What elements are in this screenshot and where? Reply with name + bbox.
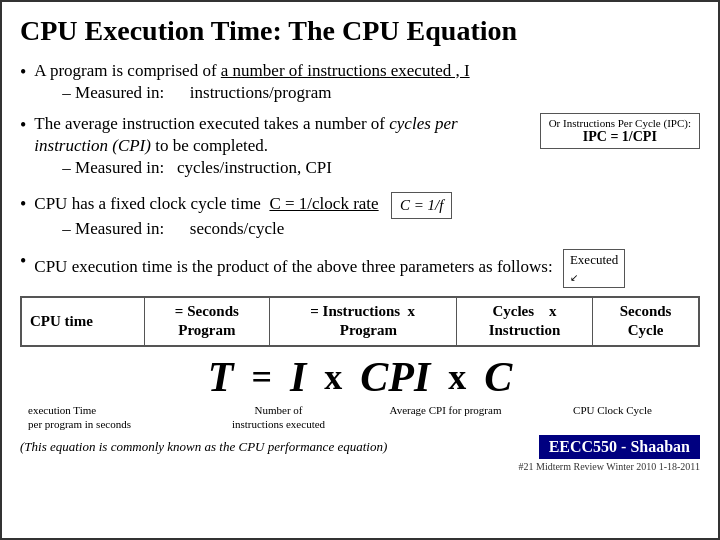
slide: CPU Execution Time: The CPU Equation • A… bbox=[0, 0, 720, 540]
formula-t: T bbox=[208, 353, 234, 401]
cpu-time-table: CPU time = SecondsProgram = Instructions… bbox=[20, 296, 700, 347]
bullet-1: • A program is comprised of a number of … bbox=[20, 60, 700, 105]
eecc-badge: EECC550 - Shaaban bbox=[539, 435, 700, 459]
bullet-icon-1: • bbox=[20, 62, 26, 83]
table-cell-cycles-instruction: Cycles xInstruction bbox=[456, 297, 592, 346]
ipc-box: Or Instructions Per Cycle (IPC): IPC = 1… bbox=[540, 113, 700, 149]
bullet-3-text: CPU has a fixed clock cycle time C = 1/c… bbox=[34, 194, 452, 213]
executed-box: Executed↙ bbox=[563, 249, 625, 288]
bullet-3-sub: – Measured in: seconds/cycle bbox=[62, 219, 452, 239]
table-cell-instructions-program: = Instructions x Program bbox=[269, 297, 456, 346]
bullet-icon-2: • bbox=[20, 115, 26, 136]
bullet-4: • CPU execution time is the product of t… bbox=[20, 249, 700, 288]
bullet-2-sub: – Measured in: cycles/instruction, CPI bbox=[62, 158, 700, 178]
label-t: execution Timeper program in seconds bbox=[24, 403, 145, 432]
table-cell-seconds-cycle: SecondsCycle bbox=[593, 297, 699, 346]
formula-x2: x bbox=[448, 356, 466, 398]
bullet-2-text: The average instruction executed takes a… bbox=[34, 114, 457, 156]
label-i: Number ofinstructions executed bbox=[195, 403, 362, 432]
table-cell-seconds-program: = SecondsProgram bbox=[145, 297, 269, 346]
slide-title: CPU Execution Time: The CPU Equation bbox=[20, 14, 700, 48]
formula-c: C bbox=[484, 353, 512, 401]
ipc-val: IPC = 1/CPI bbox=[549, 129, 691, 145]
bullet-1-sub: – Measured in: instructions/program bbox=[62, 83, 469, 103]
label-row: execution Timeper program in seconds Num… bbox=[20, 403, 700, 432]
bullet-3: • CPU has a fixed clock cycle time C = 1… bbox=[20, 192, 700, 240]
label-cpi: Average CPI for program bbox=[362, 403, 529, 417]
bullet-icon-4: • bbox=[20, 251, 26, 272]
cpu-perf-text: (This equation is commonly known as the … bbox=[20, 439, 387, 455]
bullet-2: • Or Instructions Per Cycle (IPC): IPC =… bbox=[20, 113, 700, 185]
bullet-icon-3: • bbox=[20, 194, 26, 215]
formula-x1: x bbox=[324, 356, 342, 398]
formula-cpi: CPI bbox=[360, 353, 430, 401]
formula-eq: = bbox=[251, 356, 272, 398]
footnote: #21 Midterm Review Winter 2010 1-18-2011 bbox=[20, 461, 700, 472]
ipc-title: Or Instructions Per Cycle (IPC): bbox=[549, 117, 691, 129]
formula-i: I bbox=[290, 353, 306, 401]
formula-row: T = I x CPI x C bbox=[20, 353, 700, 401]
label-c: CPU Clock Cycle bbox=[529, 403, 696, 417]
bottom-bar: (This equation is commonly known as the … bbox=[20, 435, 700, 459]
bullet-1-text: A program is comprised of a number of in… bbox=[34, 61, 469, 80]
bullet-4-text: CPU execution time is the product of the… bbox=[34, 257, 625, 276]
table-cell-cpu-time: CPU time bbox=[21, 297, 145, 346]
clock-box: C = 1/f bbox=[391, 192, 452, 218]
